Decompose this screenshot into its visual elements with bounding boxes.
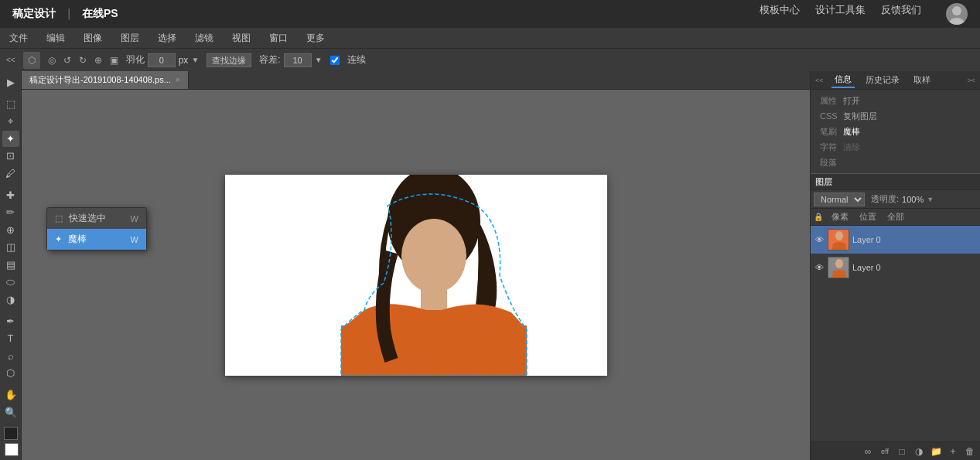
tool-gradient[interactable]: ▤ [2, 257, 19, 272]
tool-clone[interactable]: ⊕ [2, 222, 19, 237]
feather-input[interactable] [148, 53, 176, 67]
history-open-label[interactable]: 打开 [843, 94, 860, 108]
tool-blur[interactable]: ⬭ [2, 274, 19, 289]
toolbar-icon3: ↺ [63, 55, 71, 66]
opacity-value: 100% [902, 195, 924, 204]
nav-design-tools[interactable]: 设计工具集 [815, 3, 866, 25]
layers-header: 图层 [811, 173, 980, 190]
group-button[interactable]: 📁 [929, 445, 943, 458]
options-toolbar: << ⬡ ◎ ↺ ↻ ⊕ ▣ 羽化 px ▼ 查找边缘 容差: ▼ 连续 [0, 48, 980, 71]
layer-0-visibility[interactable]: 👁 [814, 234, 825, 245]
menu-window[interactable]: 窗口 [266, 32, 291, 45]
menu-more[interactable]: 更多 [303, 32, 328, 45]
history-clear[interactable]: 清除 [843, 140, 860, 155]
panel-tab-sample[interactable]: 取样 [910, 73, 934, 87]
active-tab[interactable]: 稿定设计导出-20191008-140408.ps... × [22, 71, 189, 89]
layers-bottom-bar: ∞ eff □ ◑ 📁 + 🗑 [811, 441, 980, 460]
tool-lasso[interactable]: ⌖ [2, 114, 19, 129]
history-copy-layer[interactable]: 复制图层 [843, 109, 877, 124]
bishua-label: 笔刷 [820, 126, 843, 138]
layer-blend-mode[interactable]: Normal [814, 193, 865, 206]
tolerance-dropdown[interactable]: ▼ [315, 56, 323, 64]
quick-select-shortcut: W [131, 214, 138, 223]
contiguous-checkbox[interactable] [330, 56, 340, 65]
tool-select[interactable]: ▶ [2, 74, 19, 90]
layer-1-thumbnail [828, 257, 849, 278]
canvas-area: 稿定设计导出-20191008-140408.ps... × [22, 71, 810, 460]
layer-0-name: Layer 0 [852, 235, 881, 244]
panel-top-bar: << 信息 历史记录 取样 >< [811, 71, 980, 90]
menu-view[interactable]: 视图 [229, 32, 254, 45]
tool-pen[interactable]: ✒ [2, 313, 19, 329]
tab-close-button[interactable]: × [176, 76, 180, 84]
menu-edit[interactable]: 编辑 [43, 32, 68, 45]
history-content: 属性 打开 CSS 复制图层 笔刷 魔棒 字符 清除 段落 [811, 90, 980, 173]
tool-marquee[interactable]: ⬚ [2, 96, 19, 111]
left-toolbar: ▶ ⬚ ⌖ ✦ ⊡ 🖊 ✚ ✏ ⊕ ◫ ▤ ⬭ ◑ ✒ T ⌕ ⬡ ✋ 🔍 [0, 71, 22, 460]
tool-eyedropper[interactable]: 🖊 [2, 165, 19, 181]
tolerance-input[interactable] [284, 53, 312, 67]
tolerance-control: 容差: ▼ [259, 53, 322, 67]
tab-name: 稿定设计导出-20191008-140408.ps... [29, 74, 171, 86]
panel-collapse-left[interactable]: << [815, 77, 824, 84]
svg-point-4 [401, 219, 466, 293]
tool-text[interactable]: T [2, 331, 19, 346]
toolbar-tool-icon: ⬡ [23, 52, 40, 69]
nav-feedback[interactable]: 反馈我们 [881, 3, 921, 25]
delete-layer-button[interactable]: 🗑 [963, 445, 977, 458]
menu-select[interactable]: 选择 [155, 32, 179, 45]
context-menu-quick-select[interactable]: ⬚ 快速选中 W [47, 208, 146, 229]
layer-1-visibility[interactable]: 👁 [814, 262, 825, 273]
feather-dropdown[interactable]: ▼ [191, 56, 199, 64]
new-layer-button[interactable]: + [946, 445, 960, 458]
effects-button[interactable]: eff [878, 445, 892, 458]
adjustment-button[interactable]: ◑ [912, 445, 926, 458]
magic-wand-icon: ✦ [55, 234, 62, 244]
all-lock[interactable]: 全部 [885, 211, 907, 223]
nav-template-center[interactable]: 模板中心 [760, 3, 800, 25]
pixel-lock[interactable]: 像素 [829, 211, 851, 223]
tool-heal[interactable]: ✚ [2, 187, 19, 203]
find-edge-button[interactable]: 查找边缘 [207, 53, 251, 67]
tool-eraser[interactable]: ◫ [2, 240, 19, 255]
background-color[interactable] [5, 443, 19, 456]
history-open: 属性 打开 [815, 93, 975, 108]
link-layers-button[interactable]: ∞ [861, 445, 875, 458]
feather-control: 羽化 px ▼ [126, 53, 200, 67]
menu-image[interactable]: 图像 [80, 32, 105, 45]
tool-dodge[interactable]: ◑ [2, 291, 19, 307]
zifu-label: 字符 [820, 141, 843, 153]
menu-layer[interactable]: 图层 [118, 32, 142, 45]
menu-file[interactable]: 文件 [6, 32, 31, 45]
tool-brush[interactable]: ✏ [2, 205, 19, 220]
position-lock[interactable]: 位置 [857, 211, 879, 223]
tool-path[interactable]: ⌕ [2, 348, 19, 363]
history-char: 字符 清除 [815, 139, 975, 155]
opacity-dropdown[interactable]: ▼ [927, 196, 934, 203]
mask-button[interactable]: □ [895, 445, 909, 458]
canvas-svg [225, 175, 607, 376]
tool-crop[interactable]: ⊡ [2, 148, 19, 164]
tool-hand[interactable]: ✋ [2, 387, 19, 403]
panel-tab-history[interactable]: 历史记录 [862, 73, 903, 87]
context-menu-magic-wand[interactable]: ✦ 魔棒 W [47, 229, 146, 250]
tool-magic-wand[interactable]: ✦ [2, 131, 19, 146]
layer-item-0[interactable]: 👁 Layer 0 [811, 226, 980, 254]
panel-tab-info[interactable]: 信息 [831, 72, 855, 88]
menu-filter[interactable]: 滤镜 [192, 32, 217, 45]
user-avatar[interactable] [946, 3, 968, 25]
toolbar-icon4: ↻ [79, 55, 87, 66]
svg-rect-5 [421, 287, 447, 310]
layers-lock-row: 🔒 像素 位置 全部 [811, 209, 980, 226]
layer-item-1[interactable]: 👁 Layer 0 [811, 254, 980, 281]
tool-zoom[interactable]: 🔍 [2, 404, 19, 420]
foreground-color[interactable] [4, 427, 18, 440]
history-magic-wand[interactable]: 魔棒 [843, 124, 860, 139]
layer-1-name: Layer 0 [852, 263, 881, 272]
panel-collapse-right[interactable]: >< [967, 77, 975, 84]
svg-rect-6 [341, 325, 527, 376]
history-para: 段落 [815, 155, 975, 170]
quick-select-label: 快速选中 [69, 212, 106, 225]
tool-shape[interactable]: ⬡ [2, 365, 19, 380]
toolbar-arrow-left[interactable]: << [6, 56, 15, 64]
